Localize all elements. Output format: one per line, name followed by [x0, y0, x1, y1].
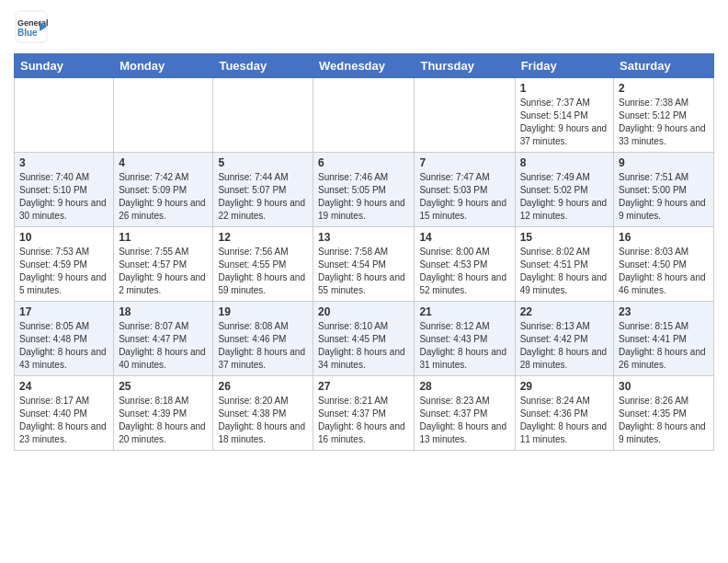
day-number: 18: [119, 305, 208, 318]
day-header-saturday: Saturday: [614, 54, 714, 78]
day-info: Sunrise: 8:05 AM Sunset: 4:48 PM Dayligh…: [19, 320, 108, 372]
day-number: 13: [318, 231, 409, 244]
calendar-cell: 20Sunrise: 8:10 AM Sunset: 4:45 PM Dayli…: [313, 302, 415, 376]
day-info: Sunrise: 8:20 AM Sunset: 4:38 PM Dayligh…: [218, 395, 308, 446]
day-number: 7: [419, 156, 509, 169]
day-number: 29: [520, 380, 609, 393]
day-number: 19: [218, 305, 308, 318]
day-number: 28: [419, 380, 509, 393]
day-number: 30: [619, 380, 709, 393]
day-info: Sunrise: 7:51 AM Sunset: 5:00 PM Dayligh…: [619, 171, 709, 223]
calendar-cell: 16Sunrise: 8:03 AM Sunset: 4:50 PM Dayli…: [614, 227, 714, 302]
day-info: Sunrise: 8:12 AM Sunset: 4:43 PM Dayligh…: [419, 320, 509, 372]
day-number: 5: [218, 156, 308, 169]
calendar-cell: 10Sunrise: 7:53 AM Sunset: 4:59 PM Dayli…: [15, 227, 114, 302]
calendar-cell: [415, 78, 515, 153]
calendar-cell: 13Sunrise: 7:58 AM Sunset: 4:54 PM Dayli…: [313, 227, 415, 302]
day-info: Sunrise: 7:38 AM Sunset: 5:12 PM Dayligh…: [619, 97, 709, 148]
calendar-cell: 3Sunrise: 7:40 AM Sunset: 5:10 PM Daylig…: [15, 153, 114, 227]
day-info: Sunrise: 8:08 AM Sunset: 4:46 PM Dayligh…: [218, 320, 308, 372]
calendar-cell: 11Sunrise: 7:55 AM Sunset: 4:57 PM Dayli…: [114, 227, 213, 302]
day-info: Sunrise: 8:07 AM Sunset: 4:47 PM Dayligh…: [119, 320, 208, 372]
calendar: SundayMondayTuesdayWednesdayThursdayFrid…: [14, 53, 714, 451]
day-info: Sunrise: 8:03 AM Sunset: 4:50 PM Dayligh…: [619, 246, 709, 297]
calendar-cell: [213, 78, 313, 153]
calendar-cell: 27Sunrise: 8:21 AM Sunset: 4:37 PM Dayli…: [313, 376, 415, 451]
day-number: 26: [218, 380, 308, 393]
day-header-tuesday: Tuesday: [213, 54, 313, 78]
day-number: 1: [520, 82, 609, 95]
calendar-cell: 14Sunrise: 8:00 AM Sunset: 4:53 PM Dayli…: [415, 227, 515, 302]
day-info: Sunrise: 8:00 AM Sunset: 4:53 PM Dayligh…: [419, 246, 509, 297]
day-info: Sunrise: 8:21 AM Sunset: 4:37 PM Dayligh…: [318, 395, 409, 446]
calendar-cell: 24Sunrise: 8:17 AM Sunset: 4:40 PM Dayli…: [15, 376, 114, 451]
day-number: 21: [419, 305, 509, 318]
calendar-cell: 15Sunrise: 8:02 AM Sunset: 4:51 PM Dayli…: [515, 227, 613, 302]
day-number: 20: [318, 305, 409, 318]
day-info: Sunrise: 8:26 AM Sunset: 4:35 PM Dayligh…: [619, 395, 709, 446]
calendar-cell: [15, 78, 114, 153]
calendar-week-row: 17Sunrise: 8:05 AM Sunset: 4:48 PM Dayli…: [15, 302, 714, 376]
calendar-cell: 26Sunrise: 8:20 AM Sunset: 4:38 PM Dayli…: [213, 376, 313, 451]
day-header-monday: Monday: [114, 54, 213, 78]
calendar-cell: 23Sunrise: 8:15 AM Sunset: 4:41 PM Dayli…: [614, 302, 714, 376]
calendar-cell: [114, 78, 213, 153]
calendar-week-row: 10Sunrise: 7:53 AM Sunset: 4:59 PM Dayli…: [15, 227, 714, 302]
day-number: 11: [119, 231, 208, 244]
day-number: 22: [520, 305, 609, 318]
calendar-cell: 28Sunrise: 8:23 AM Sunset: 4:37 PM Dayli…: [415, 376, 515, 451]
calendar-cell: 6Sunrise: 7:46 AM Sunset: 5:05 PM Daylig…: [313, 153, 415, 227]
calendar-header-row: SundayMondayTuesdayWednesdayThursdayFrid…: [15, 54, 714, 78]
day-number: 17: [19, 305, 108, 318]
day-info: Sunrise: 7:40 AM Sunset: 5:10 PM Dayligh…: [19, 171, 108, 223]
day-info: Sunrise: 7:44 AM Sunset: 5:07 PM Dayligh…: [218, 171, 308, 223]
day-number: 3: [19, 156, 108, 169]
day-info: Sunrise: 7:46 AM Sunset: 5:05 PM Dayligh…: [318, 171, 409, 223]
day-number: 4: [119, 156, 208, 169]
logo-icon: General Blue: [14, 9, 49, 48]
day-number: 9: [619, 156, 709, 169]
day-info: Sunrise: 8:10 AM Sunset: 4:45 PM Dayligh…: [318, 320, 409, 372]
calendar-cell: 12Sunrise: 7:56 AM Sunset: 4:55 PM Dayli…: [213, 227, 313, 302]
day-info: Sunrise: 7:55 AM Sunset: 4:57 PM Dayligh…: [119, 246, 208, 297]
day-info: Sunrise: 8:15 AM Sunset: 4:41 PM Dayligh…: [619, 320, 709, 372]
day-info: Sunrise: 7:37 AM Sunset: 5:14 PM Dayligh…: [520, 97, 609, 148]
day-number: 14: [419, 231, 509, 244]
calendar-week-row: 3Sunrise: 7:40 AM Sunset: 5:10 PM Daylig…: [15, 153, 714, 227]
calendar-cell: 21Sunrise: 8:12 AM Sunset: 4:43 PM Dayli…: [415, 302, 515, 376]
calendar-week-row: 1Sunrise: 7:37 AM Sunset: 5:14 PM Daylig…: [15, 78, 714, 153]
day-info: Sunrise: 8:23 AM Sunset: 4:37 PM Dayligh…: [419, 395, 509, 446]
calendar-cell: 25Sunrise: 8:18 AM Sunset: 4:39 PM Dayli…: [114, 376, 213, 451]
calendar-cell: 19Sunrise: 8:08 AM Sunset: 4:46 PM Dayli…: [213, 302, 313, 376]
calendar-cell: 18Sunrise: 8:07 AM Sunset: 4:47 PM Dayli…: [114, 302, 213, 376]
day-info: Sunrise: 7:58 AM Sunset: 4:54 PM Dayligh…: [318, 246, 409, 297]
logo: General Blue: [14, 9, 52, 48]
day-info: Sunrise: 8:24 AM Sunset: 4:36 PM Dayligh…: [520, 395, 609, 446]
calendar-cell: 9Sunrise: 7:51 AM Sunset: 5:00 PM Daylig…: [614, 153, 714, 227]
calendar-cell: 17Sunrise: 8:05 AM Sunset: 4:48 PM Dayli…: [15, 302, 114, 376]
header: General Blue: [14, 9, 714, 48]
day-header-sunday: Sunday: [15, 54, 114, 78]
calendar-cell: 30Sunrise: 8:26 AM Sunset: 4:35 PM Dayli…: [614, 376, 714, 451]
day-info: Sunrise: 8:02 AM Sunset: 4:51 PM Dayligh…: [520, 246, 609, 297]
day-header-friday: Friday: [515, 54, 613, 78]
calendar-cell: 29Sunrise: 8:24 AM Sunset: 4:36 PM Dayli…: [515, 376, 613, 451]
day-number: 27: [318, 380, 409, 393]
day-number: 12: [218, 231, 308, 244]
day-number: 8: [520, 156, 609, 169]
day-number: 15: [520, 231, 609, 244]
svg-text:Blue: Blue: [17, 28, 38, 38]
calendar-cell: 8Sunrise: 7:49 AM Sunset: 5:02 PM Daylig…: [515, 153, 613, 227]
day-number: 10: [19, 231, 108, 244]
day-number: 2: [619, 82, 709, 95]
calendar-cell: 2Sunrise: 7:38 AM Sunset: 5:12 PM Daylig…: [614, 78, 714, 153]
day-info: Sunrise: 8:18 AM Sunset: 4:39 PM Dayligh…: [119, 395, 208, 446]
page: General Blue SundayMondayTuesdayWednesda…: [0, 0, 728, 460]
day-number: 23: [619, 305, 709, 318]
day-number: 25: [119, 380, 208, 393]
day-info: Sunrise: 7:49 AM Sunset: 5:02 PM Dayligh…: [520, 171, 609, 223]
calendar-cell: [313, 78, 415, 153]
calendar-cell: 22Sunrise: 8:13 AM Sunset: 4:42 PM Dayli…: [515, 302, 613, 376]
calendar-cell: 5Sunrise: 7:44 AM Sunset: 5:07 PM Daylig…: [213, 153, 313, 227]
day-info: Sunrise: 8:13 AM Sunset: 4:42 PM Dayligh…: [520, 320, 609, 372]
